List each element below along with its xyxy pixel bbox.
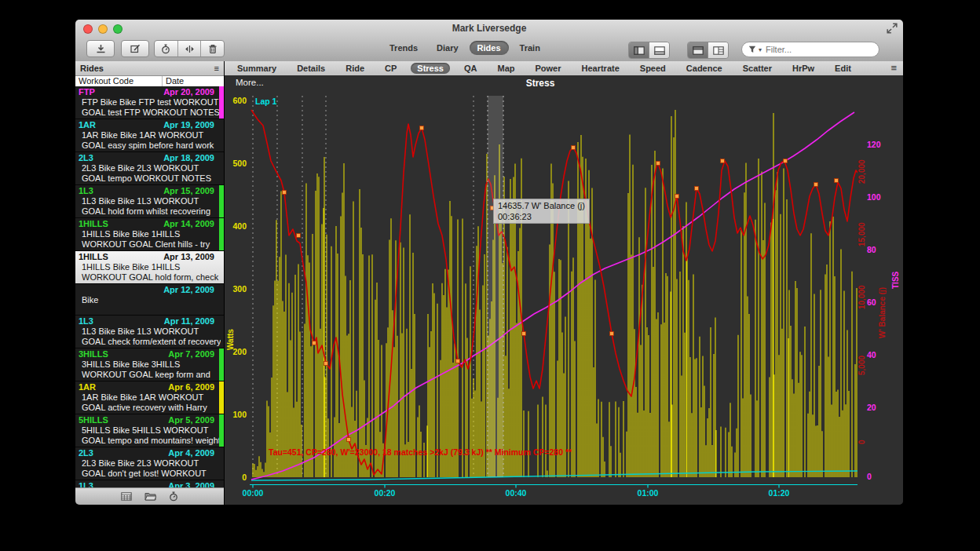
tiss-tick: 120: [867, 140, 881, 149]
delete-ride-button[interactable]: [201, 41, 224, 57]
tooltip-time: 00:36:23: [498, 211, 585, 222]
ride-item[interactable]: 1ARApr 19, 20091AR Bike Bike 1AR WORKOUT…: [75, 119, 224, 152]
tiss-tick: 100: [867, 192, 881, 202]
intensity-strip: [219, 86, 224, 119]
watts-tick: 600: [225, 96, 247, 105]
workout-code: 3HILLS: [79, 349, 108, 359]
ride-item[interactable]: FTPApr 20, 2009FTP Bike Bike FTP test WO…: [75, 86, 224, 119]
ride-item[interactable]: 5HILLSApr 5, 20095HILLS Bike 5HILLS WORK…: [75, 414, 224, 447]
ride-tab-stress[interactable]: Stress: [411, 63, 450, 74]
ride-item[interactable]: 1HILLSApr 14, 20091HILLS Bike Bike 1HILL…: [75, 218, 224, 251]
workout-code: FTP: [79, 87, 95, 97]
ride-tab-qa[interactable]: QA: [458, 63, 484, 74]
tab-trends[interactable]: Trends: [382, 41, 426, 55]
ride-description: 1HILLS Bike Bike 1HILLS: [79, 262, 221, 272]
stress-chart[interactable]: More... Stress 6005004003002001000 Watts…: [225, 75, 903, 505]
ride-tab-scatter[interactable]: Scatter: [737, 63, 778, 74]
ride-tab-heartrate[interactable]: Heartrate: [576, 63, 626, 74]
ride-item[interactable]: 1L3Apr 11, 20091L3 Bike Bike 1L3 WORKOUT…: [75, 316, 224, 348]
ride-item[interactable]: 2L3Apr 18, 20092L3 Bike Bike 2L3 WORKOUT…: [75, 152, 224, 185]
sidebar-header[interactable]: Rides ≡: [75, 61, 224, 76]
tab-train[interactable]: Train: [512, 41, 548, 55]
watts-tick: 400: [225, 221, 247, 231]
tiss-tick: 60: [867, 297, 876, 307]
compose-icon: [130, 44, 141, 53]
main-panel: SummaryDetailsRideCPStressQAMapPowerHear…: [225, 61, 903, 505]
bottombar-toggle-button[interactable]: [649, 42, 669, 58]
ride-date: Apr 12, 2009: [163, 285, 214, 295]
ride-date: Apr 14, 2009: [163, 219, 214, 229]
intervals-button[interactable]: [155, 41, 177, 57]
ride-item[interactable]: 1HILLSApr 13, 20091HILLS Bike Bike 1HILL…: [75, 251, 224, 284]
menu-icon[interactable]: ≡: [214, 64, 219, 73]
rides-sidebar: Rides ≡ Workout Code Date FTPApr 20, 200…: [75, 61, 225, 505]
ride-description: GOAL easy spim before hard work: [79, 140, 221, 151]
bottom-panel-icon: [654, 46, 665, 55]
funnel-icon: [748, 46, 756, 53]
ride-tab-speed[interactable]: Speed: [634, 63, 672, 74]
ride-item[interactable]: 1ARApr 6, 20091AR Bike Bike 1AR WORKOUTG…: [75, 381, 224, 414]
calendar-icon[interactable]: [121, 492, 132, 501]
column-date[interactable]: Date: [163, 76, 184, 87]
fullscreen-icon[interactable]: [887, 23, 898, 34]
sidebar-icon: [634, 46, 645, 55]
ride-description: GOAL hold form whilst recovering: [79, 206, 221, 217]
ride-description: 1L3 Bike Bike 1L3 WORKOUT: [79, 327, 221, 337]
tab-rides[interactable]: Rides: [470, 41, 509, 55]
layout-toggles: [687, 42, 729, 59]
titlebar[interactable]: Mark Liversedge: [75, 20, 903, 38]
ride-date: Apr 19, 2009: [163, 120, 214, 130]
split-ride-button[interactable]: [178, 41, 201, 57]
workout-code: 1HILLS: [79, 219, 108, 229]
ride-tab-summary[interactable]: Summary: [231, 63, 283, 74]
trash-icon: [208, 44, 218, 54]
ride-tab-power[interactable]: Power: [528, 63, 567, 74]
workout-code: 1AR: [79, 120, 96, 130]
tiss-tick: 40: [867, 350, 876, 359]
tiss-tick: 0: [867, 472, 872, 481]
import-ride-button[interactable]: [86, 40, 115, 57]
chart-tooltip: 14635.7 W' Balance (j) 00:36:23: [493, 199, 590, 224]
workout-code: 1L3: [79, 186, 93, 196]
tiled-view-button[interactable]: [708, 42, 728, 58]
filter-field[interactable]: ▾: [741, 42, 879, 57]
tab-diary[interactable]: Diary: [429, 41, 466, 55]
chart-canvas[interactable]: [250, 96, 858, 488]
ride-tab-edit[interactable]: Edit: [828, 63, 858, 74]
ride-tab-hrpw[interactable]: HrPw: [786, 63, 821, 74]
tabbed-view-button[interactable]: [688, 42, 708, 58]
sidebar-toggle-button[interactable]: [629, 42, 649, 58]
filter-input[interactable]: [764, 44, 861, 55]
ride-description: GOAL check form/extent of recovery: [79, 337, 221, 347]
chart-menu-icon[interactable]: ≡: [890, 64, 897, 72]
ride-date: Apr 7, 2009: [168, 349, 214, 359]
ride-date: Apr 20, 2009: [163, 87, 214, 97]
ride-date: Apr 13, 2009: [163, 252, 214, 262]
time-tick: 00:00: [243, 488, 264, 498]
time-tick: 00:20: [375, 488, 396, 498]
manual-entry-button[interactable]: [121, 40, 149, 57]
intensity-strip: [219, 414, 224, 447]
tiss-tick: 80: [867, 245, 876, 254]
ride-item[interactable]: 1L3Apr 15, 20091L3 Bike Bike 1L3 WORKOUT…: [75, 185, 224, 218]
wbal-tick: 10,000: [858, 273, 866, 309]
ride-tab-cadence[interactable]: Cadence: [680, 63, 729, 74]
wbal-tick: 0: [858, 408, 866, 444]
column-workout-code[interactable]: Workout Code: [75, 76, 163, 87]
ride-description: 2L3 Bike Bike 2L3 WORKOUT: [79, 458, 221, 469]
ride-date: Apr 6, 2009: [168, 382, 214, 392]
ride-item[interactable]: 2L3Apr 4, 20092L3 Bike Bike 2L3 WORKOUTG…: [75, 447, 224, 480]
folder-icon[interactable]: [144, 492, 156, 501]
intensity-strip: [219, 381, 224, 414]
ride-tab-map[interactable]: Map: [491, 63, 521, 74]
ride-tab-cp[interactable]: CP: [378, 63, 403, 74]
interval-icon[interactable]: [169, 491, 178, 502]
download-icon: [96, 44, 106, 53]
ride-item[interactable]: 3HILLSApr 7, 20093HILLS Bike Bike 3HILLS…: [75, 348, 224, 381]
stopwatch-icon: [161, 44, 170, 54]
ride-date: Apr 15, 2009: [163, 186, 214, 196]
ride-item[interactable]: Apr 12, 2009Bike: [75, 284, 224, 316]
ride-tab-ride[interactable]: Ride: [339, 63, 371, 74]
panel-toggles: [628, 42, 670, 59]
ride-tab-details[interactable]: Details: [291, 63, 331, 74]
